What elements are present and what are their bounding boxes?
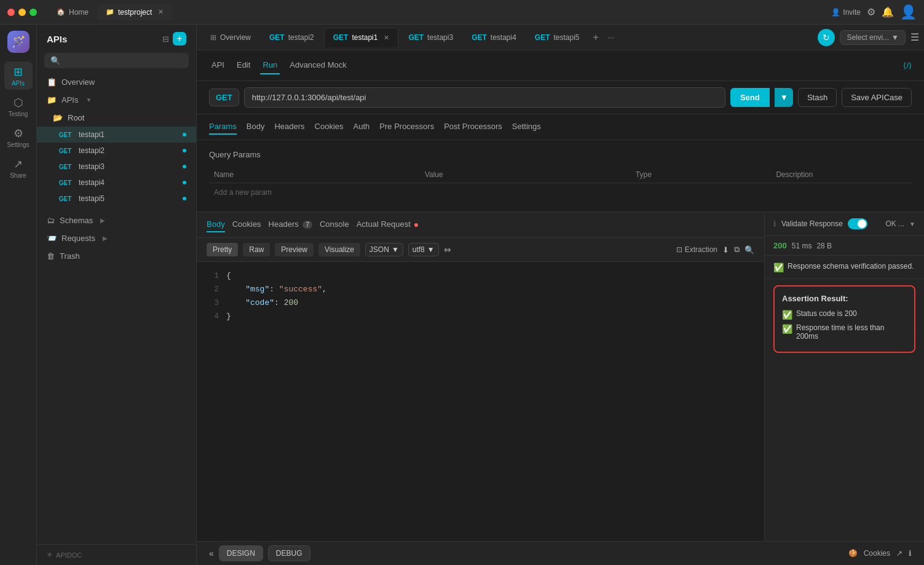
hamburger-menu-icon[interactable]: ☰ [910, 31, 919, 43]
tab-testapi3[interactable]: GET testapi3 [400, 28, 462, 47]
params-tab-body[interactable]: Body [247, 119, 265, 135]
sidebar-item-apis[interactable]: ⊞ APIs [4, 61, 33, 90]
bottom-bar-right: 🍪 Cookies ↗ ℹ [848, 549, 912, 558]
traffic-light-minimize[interactable] [18, 9, 26, 16]
refresh-button[interactable]: ↻ [818, 29, 835, 46]
requests-icon: 📨 [47, 234, 57, 243]
nav-item-root[interactable]: 📂 Root [37, 109, 196, 127]
assertion-text-2: Response time is less than 200ms [796, 323, 907, 341]
nav-item-apis[interactable]: 📁 APIs ▼ [37, 91, 196, 109]
filter-icon[interactable]: ⊟ [162, 34, 169, 44]
titlebar-right: 👤 Invite ⚙ 🔔 👤 [831, 4, 917, 20]
tab-testapi5[interactable]: GET testapi5 [526, 28, 588, 47]
params-tab-headers[interactable]: Headers [274, 119, 304, 135]
response-tab-cookies[interactable]: Cookies [232, 217, 261, 232]
api-item-testapi5[interactable]: GET testapi5 [37, 191, 196, 207]
ok-chevron-icon[interactable]: ▼ [909, 221, 915, 227]
tab-overview[interactable]: ⊞ Overview [202, 28, 259, 47]
sidebar-item-testing[interactable]: ⬡ Testing [4, 92, 33, 121]
root-folder-icon: 📂 [53, 113, 63, 122]
response-tab-headers[interactable]: Headers 7 [269, 217, 312, 232]
tab-api[interactable]: API [209, 57, 227, 74]
invite-label: Invite [843, 8, 861, 17]
tab-advanced-mock[interactable]: Advanced Mock [287, 57, 349, 74]
params-tab-pre-processors[interactable]: Pre Processors [379, 119, 434, 135]
share-bottom-icon[interactable]: ↗ [896, 549, 902, 558]
traffic-light-close[interactable] [7, 9, 15, 16]
tab-run[interactable]: Run [260, 57, 280, 74]
response-tab-console[interactable]: Console [320, 217, 349, 232]
extraction-button[interactable]: ⊡ Extraction [676, 245, 717, 254]
tab-testapi2[interactable]: GET testapi2 [261, 28, 323, 47]
add-tab-button[interactable]: + [590, 32, 602, 43]
tab-testapi4-method: GET [472, 33, 487, 42]
home-tab[interactable]: 🏠 Home [48, 4, 97, 20]
api-item-testapi1[interactable]: GET testapi1 [37, 127, 196, 143]
url-input[interactable] [244, 87, 725, 108]
project-icon: 📁 [106, 8, 114, 16]
close-project-icon[interactable]: ✕ [158, 8, 164, 16]
params-tab-auth[interactable]: Auth [353, 119, 370, 135]
format-pretty-button[interactable]: Pretty [207, 243, 238, 256]
env-select[interactable]: Select envi... ▼ [840, 30, 906, 45]
design-button[interactable]: DESIGN [219, 545, 263, 561]
format-preview-button[interactable]: Preview [275, 243, 314, 256]
params-tab-settings[interactable]: Settings [512, 119, 541, 135]
nav-item-schemas[interactable]: 🗂 Schemas ▶ [37, 211, 196, 229]
wrap-icon[interactable]: ⇔ [444, 245, 451, 255]
send-dropdown-button[interactable]: ▼ [775, 88, 793, 107]
params-tab-cookies[interactable]: Cookies [315, 119, 344, 135]
search-response-icon[interactable]: 🔍 [744, 245, 754, 255]
invite-button[interactable]: 👤 Invite [831, 8, 861, 17]
save-apicase-button[interactable]: Save APICase [842, 88, 912, 107]
api-dot-testapi5 [183, 197, 186, 200]
info-bottom-icon[interactable]: ℹ [909, 549, 912, 558]
api-item-testapi2[interactable]: GET testapi2 [37, 143, 196, 159]
cookies-label[interactable]: Cookies [864, 549, 890, 558]
format-visualize-button[interactable]: Visualize [318, 243, 360, 256]
nav-item-overview[interactable]: 📋 Overview [37, 73, 196, 91]
format-type-label: JSON [369, 245, 389, 254]
debug-button[interactable]: DEBUG [268, 545, 310, 561]
nav-item-trash[interactable]: 🗑 Trash [37, 247, 196, 265]
tab-testapi5-label: testapi5 [554, 33, 580, 42]
stash-button[interactable]: Stash [798, 88, 837, 107]
code-view-icon[interactable]: ⟨/⟩ [903, 61, 912, 70]
api-item-testapi4[interactable]: GET testapi4 [37, 175, 196, 191]
params-tab-post-processors[interactable]: Post Processors [444, 119, 502, 135]
encoding-select[interactable]: utf8 ▼ [408, 243, 439, 256]
response-tab-body[interactable]: Body [207, 217, 225, 232]
params-tab-params[interactable]: Params [209, 119, 237, 135]
copy-icon[interactable]: ⧉ [734, 245, 740, 255]
format-raw-button[interactable]: Raw [243, 243, 270, 256]
nav-item-requests[interactable]: 📨 Requests ▶ [37, 229, 196, 247]
response-tab-actual-request[interactable]: Actual Request [357, 217, 419, 232]
more-tabs-button[interactable]: ··· [604, 33, 618, 42]
env-chevron-icon: ▼ [891, 33, 899, 42]
download-icon[interactable]: ⬇ [722, 245, 729, 255]
settings-icon[interactable]: ⚙ [867, 6, 875, 18]
close-tab-icon[interactable]: ✕ [384, 34, 389, 42]
tab-bar-right: ↻ Select envi... ▼ ☰ [818, 29, 919, 46]
validate-toggle[interactable] [848, 218, 867, 229]
tab-testapi1[interactable]: GET testapi1 ✕ [324, 28, 399, 47]
api-item-testapi3[interactable]: GET testapi3 [37, 159, 196, 175]
project-tab[interactable]: 📁 testproject ✕ [97, 4, 172, 20]
ok-badge[interactable]: OK ... [885, 219, 904, 228]
traffic-light-fullscreen[interactable] [30, 9, 37, 16]
add-param-row[interactable]: Add a new param [209, 183, 912, 202]
assertion-result-box: Assertion Result: ✅ Status code is 200 ✅… [773, 285, 915, 353]
add-api-button[interactable]: + [173, 32, 186, 45]
tab-testapi4[interactable]: GET testapi4 [463, 28, 525, 47]
send-button[interactable]: Send [730, 88, 770, 107]
avatar-icon[interactable]: 👤 [900, 4, 917, 20]
search-input[interactable] [64, 57, 183, 65]
format-type-select[interactable]: JSON ▼ [365, 243, 403, 256]
collapse-icon[interactable]: « [209, 548, 214, 558]
icon-sidebar: 🪄 ⊞ APIs ⬡ Testing ⚙ Settings ↗ Share [0, 25, 37, 565]
tab-bar: ⊞ Overview GET testapi2 GET testapi1 ✕ G… [197, 25, 924, 50]
tab-edit[interactable]: Edit [234, 57, 253, 74]
sidebar-item-share[interactable]: ↗ Share [4, 154, 33, 182]
bell-icon[interactable]: 🔔 [882, 6, 894, 18]
sidebar-item-settings[interactable]: ⚙ Settings [4, 123, 33, 151]
